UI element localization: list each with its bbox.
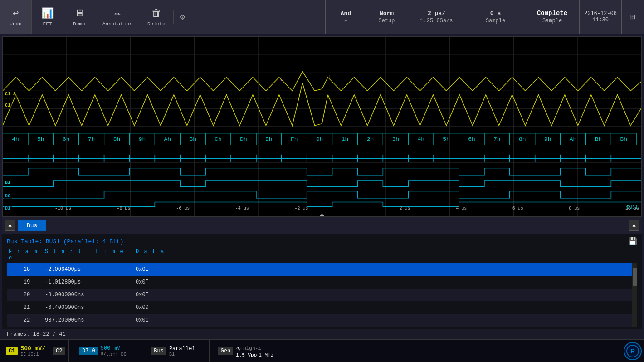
channel-b1-label: B1: [4, 180, 12, 186]
date-display: 2016-12-06: [584, 10, 617, 17]
time-marker-7: 4 µs: [456, 206, 467, 211]
time-marker-10: 10 µs: [625, 206, 639, 211]
svg-text:4h: 4h: [417, 137, 424, 142]
svg-text:7h: 7h: [493, 137, 500, 142]
header-frame: F r a m e: [9, 249, 45, 261]
waveform-svg: 4h 5h 6h 7h 8h 9h Ah Bh Ch Dh Eh Fh 0h: [3, 37, 641, 216]
trigger-mode: Norm: [380, 10, 394, 17]
row-4-start: 987.200000ns: [45, 317, 136, 323]
row-1-start: -1.012800µs: [45, 279, 136, 285]
trigger-cursor: ○: [279, 75, 284, 83]
fft-button[interactable]: 📊 FFT: [32, 0, 63, 34]
bus-table-header: F r a m e S t a r t T i m e D a t a: [7, 249, 637, 261]
bus-row-1[interactable]: 19 -1.012800µs 0x0F: [7, 276, 637, 289]
bus-row-0[interactable]: 18 -2.006400µs 0x0E: [7, 263, 637, 276]
bus-table-title-text: Bus Table: BUS1 (Parallel: 4 Bit): [7, 238, 123, 245]
annotation-button[interactable]: ✏️ Annotation: [95, 0, 140, 34]
svg-text:1h: 1h: [342, 137, 348, 142]
sample-rate: 1.25 GSa/s: [420, 18, 453, 24]
delay-val: 0 s: [490, 10, 501, 17]
time-marker-2: -6 µs: [176, 206, 190, 211]
row-1-frame: 19: [9, 279, 45, 285]
svg-text:4h: 4h: [12, 137, 19, 142]
svg-text:R: R: [630, 347, 635, 355]
gen-type: High-Z: [243, 346, 261, 351]
undo-label: Undo: [10, 21, 21, 27]
delete-label: Delete: [147, 21, 166, 27]
trigger-type-panel[interactable]: And ⌐: [325, 0, 366, 34]
svg-text:Ah: Ah: [164, 137, 171, 142]
bus-type: Parallel: [169, 346, 195, 352]
demo-button[interactable]: 🖥 Demo: [63, 0, 95, 34]
svg-text:Eh: Eh: [265, 137, 272, 142]
gen-status[interactable]: Gen ∿ High-Z 1.5 Vpp 1 MHz: [210, 340, 282, 362]
svg-text:9h: 9h: [139, 137, 146, 142]
status-bar: C1 500 mV/ DC 10:1 C2 D7-0 500 mV D7 ‥↕↕…: [0, 339, 644, 362]
row-3-start: -6.4000000ns: [45, 304, 136, 311]
time-marker-9: 8 µs: [569, 206, 580, 211]
ch1-status[interactable]: C1 500 mV/ DC 10:1: [2, 340, 49, 362]
ch2-badge: C2: [53, 347, 65, 355]
timebase-val: 2 µs/: [428, 10, 445, 17]
header-start: S t a r t T i m e: [45, 249, 136, 261]
svg-text:Bh: Bh: [620, 137, 627, 142]
bus-tab[interactable]: Bus: [18, 220, 46, 231]
digital-status[interactable]: D7-0 500 mV D7 ‥↕↕↕ D0: [69, 340, 137, 362]
svg-text:6h: 6h: [63, 137, 69, 142]
svg-text:2h: 2h: [367, 137, 374, 142]
row-3-frame: 21: [9, 304, 45, 311]
trigger-shape: ⌐: [344, 18, 347, 24]
toolbar: ↩ Undo 📊 FFT 🖥 Demo ✏️ Annotation 🗑 Dele…: [0, 0, 644, 34]
delete-button[interactable]: 🗑 Delete: [140, 0, 173, 34]
bus-row-3[interactable]: 21 -6.4000000ns 0x00: [7, 301, 637, 314]
delay-panel[interactable]: 0 s Sample: [466, 0, 525, 34]
time-marker-6: 2 µs: [400, 206, 410, 211]
channel-d1-label: D1: [4, 205, 12, 211]
ch1-scale: 500 mV/: [20, 345, 45, 352]
gear-button[interactable]: ⚙: [173, 10, 191, 24]
row-1-data: 0x0F: [136, 279, 172, 285]
bus-nav-up[interactable]: ▲: [5, 220, 15, 231]
ch1-badge: C1: [6, 347, 18, 355]
timebase-panel[interactable]: 2 µs/ 1.25 GSa/s: [407, 0, 466, 34]
gear-icon: ⚙: [180, 12, 185, 22]
brand-logo[interactable]: R: [624, 342, 642, 360]
svg-marker-97: [317, 214, 327, 216]
save-icon[interactable]: 💾: [628, 237, 637, 246]
row-0-data: 0x0E: [136, 266, 172, 273]
bus-row-2[interactable]: 20 -8.0000000ns 0x0E: [7, 289, 637, 301]
undo-button[interactable]: ↩ Undo: [0, 0, 32, 34]
demo-icon: 🖥: [74, 7, 84, 20]
svg-text:3h: 3h: [392, 137, 399, 142]
channel-d0-label: D0: [4, 193, 12, 199]
datetime-panel: 2016-12-06 11:30: [579, 0, 621, 34]
table-scrollbar[interactable]: [632, 263, 637, 327]
channel-c1s-label: C1 S: [4, 91, 17, 97]
d-sub2: ‥↕↕↕ D0: [107, 352, 127, 357]
complete-label: Complete: [537, 10, 567, 17]
t-marker: T: [328, 74, 332, 79]
gen-freq: 1 MHz: [259, 352, 273, 358]
time-marker-0: -10 µs: [55, 206, 71, 211]
row-2-start: -8.0000000ns: [45, 292, 136, 298]
svg-text:Ch: Ch: [215, 137, 221, 142]
svg-text:Fh: Fh: [291, 137, 298, 142]
scope-display[interactable]: C1 S C1 B1 D0 D1 D2 D3 ○ T BUS1: [2, 36, 642, 217]
svg-text:8h: 8h: [519, 137, 526, 142]
row-3-data: 0x00: [136, 304, 172, 311]
gen-vpp: 1.5 Vpp: [236, 352, 257, 358]
bus-status[interactable]: Bus Parallel B1: [137, 340, 210, 362]
ch2-status[interactable]: C2: [49, 340, 69, 362]
bus-nav-right[interactable]: ▲: [629, 220, 639, 231]
bus-table-area: Bus Table: BUS1 (Parallel: 4 Bit) 💾 F r …: [2, 234, 642, 329]
row-2-data: 0x0E: [136, 292, 172, 298]
svg-text:5h: 5h: [37, 137, 44, 142]
toolbar-right: And ⌐ Norm Setup 2 µs/ 1.25 GSa/s 0 s Sa…: [325, 0, 644, 34]
time-marker-8: 6 µs: [512, 206, 523, 211]
svg-text:8h: 8h: [113, 137, 120, 142]
bus-row-4[interactable]: 22 987.200000ns 0x01: [7, 314, 637, 327]
annotation-label: Annotation: [102, 21, 132, 27]
svg-text:9h: 9h: [544, 137, 551, 142]
trigger-mode-panel[interactable]: Norm Setup: [366, 0, 407, 34]
time-display: 11:30: [592, 17, 609, 23]
